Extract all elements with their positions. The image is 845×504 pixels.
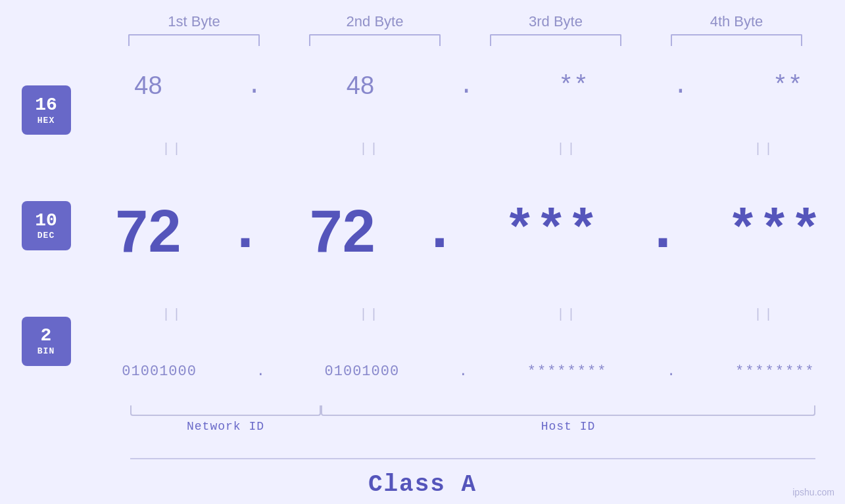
dec-dot1: . [228,198,263,265]
dec-badge-num: 10 [35,211,57,231]
hex-b2: 48 [347,72,374,100]
hex-b1: 48 [134,72,162,100]
bin-badge: 2 BIN [22,317,71,366]
sep1-b3: || [495,141,640,156]
top-brackets [104,34,827,46]
sep-row-1: || || || || [92,141,845,156]
dec-b3: *** [504,202,598,262]
hex-badge-label: HEX [37,116,55,126]
dec-badge: 10 DEC [22,201,71,250]
sep1-b4: || [692,141,837,156]
hex-badge-num: 16 [35,95,57,116]
bin-dot3: . [667,363,675,380]
bin-b4: ******** [735,363,815,380]
byte4-top-bracket [671,34,802,46]
bin-b1: 01001000 [122,363,197,380]
dec-dot2: . [422,198,458,265]
network-id-label: Network ID [187,420,264,433]
bin-b2: 01001000 [325,363,400,380]
dec-b2: 72 [310,198,375,265]
sep2-b1: || [101,307,245,322]
bin-badge-label: BIN [37,346,55,356]
hex-dot3: . [673,72,688,100]
byte1-top-bracket [128,34,260,46]
byte2-header: 2nd Byte [302,13,447,30]
watermark: ipshu.com [792,487,834,499]
network-bracket-line [130,405,321,416]
sep2-b4: || [692,307,837,322]
host-id-bracket: Host ID [321,405,815,433]
dec-b1: 72 [115,198,181,265]
bottom-bracket-area: Network ID Host ID [0,405,845,451]
sep1-b1: || [101,141,245,156]
hex-b3: ** [558,72,589,100]
watermark-text: ipshu.com [792,487,834,497]
network-id-bracket: Network ID [130,405,321,433]
hex-row: 48 . 48 . ** . ** [92,72,845,100]
badges-column: 16 HEX 10 DEC 2 BIN [0,46,92,405]
byte4-header: 4th Byte [664,13,809,30]
class-a-area: Class A [0,451,845,504]
hex-badge: 16 HEX [22,85,71,135]
byte2-top-bracket [309,34,441,46]
sep2-b3: || [495,307,640,322]
bin-row: 01001000 . 01001000 . ******** . *******… [92,363,845,380]
bin-dot1: . [256,363,265,380]
dec-dot3: . [645,198,681,265]
class-a-bracket-line [130,458,815,459]
bin-badge-num: 2 [41,326,52,346]
host-bracket-line [321,405,815,416]
hex-b4: ** [773,72,803,100]
hex-dot1: . [247,72,262,100]
sep1-b2: || [298,141,443,156]
bin-dot2: . [459,363,468,380]
main-container: 1st Byte 2nd Byte 3rd Byte 4th Byte 16 H… [0,0,845,504]
byte1-header: 1st Byte [122,13,266,30]
dec-row: 72 . 72 . *** . *** [92,198,845,265]
dec-b4: *** [727,202,822,262]
byte-headers: 1st Byte 2nd Byte 3rd Byte 4th Byte [104,0,827,30]
host-id-label: Host ID [541,420,596,433]
sep2-b2: || [298,307,443,322]
sep-row-2: || || || || [92,307,845,322]
class-a-label: Class A [368,471,477,498]
bin-b3: ******** [527,363,608,380]
byte3-top-bracket [490,34,621,46]
byte3-header: 3rd Byte [483,13,628,30]
dec-badge-label: DEC [37,231,55,241]
hex-dot2: . [459,72,474,100]
